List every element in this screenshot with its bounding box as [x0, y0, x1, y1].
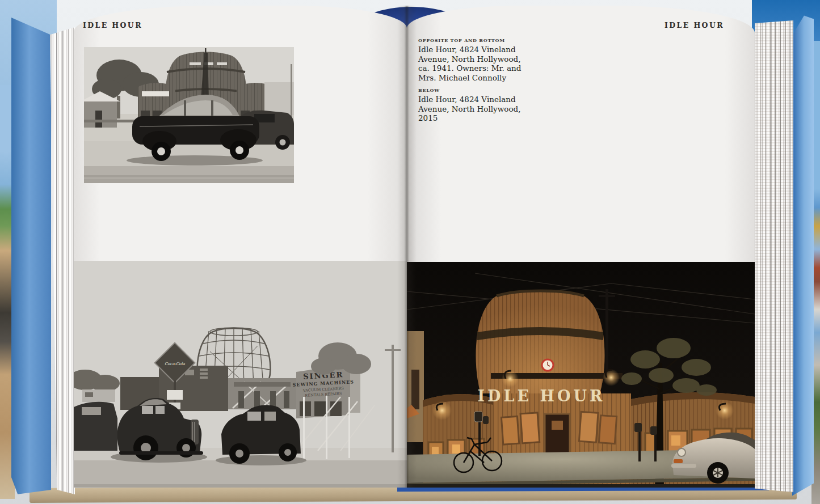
caption-line: Avenue, North Hollywood, 2015: [418, 104, 526, 123]
construction-base: [228, 378, 298, 409]
left-partial-car: [74, 402, 117, 451]
caption-label: BELOW: [418, 87, 526, 93]
right-running-head: IDLE HOUR: [665, 21, 724, 29]
caption-line: Idle Hour, 4824 Vineland: [418, 45, 526, 54]
coca-cola-text: Coca-Cola: [165, 362, 186, 366]
right-page: IDLE HOUR OPPOSITE TOP AND BOTTOM Idle H…: [407, 6, 755, 488]
caption-below: BELOW Idle Hour, 4824 Vineland Avenue, N…: [418, 87, 526, 123]
background-building: [264, 82, 294, 115]
book-cover-left-edge: [11, 15, 51, 497]
caption-block: OPPOSITE TOP AND BOTTOM Idle Hour, 4824 …: [418, 37, 526, 128]
page-edges-left: [50, 27, 75, 494]
utility-pole: [605, 289, 608, 380]
photo-idle-hour-construction: Coca-Cola SINGER SEWING MACHINES: [74, 261, 407, 488]
caption-line: Mrs. Michael Connolly: [418, 73, 526, 83]
caption-label: OPPOSITE TOP AND BOTTOM: [418, 37, 526, 43]
photo-idle-hour-1941: IDLE HOUR CAFE: [84, 47, 294, 183]
book-cover-right-edge: [792, 14, 814, 498]
photo-idle-hour-2015: IDLE HOUR: [407, 262, 755, 488]
page-edges-right: [755, 20, 793, 493]
book-spread-photo: IDLE HOUR: [0, 0, 820, 504]
left-running-head: IDLE HOUR: [83, 21, 142, 29]
caption-line: ca. 1941. Owners: Mr. and: [418, 63, 526, 73]
idle-hour-sign: IDLE HOUR: [477, 387, 605, 405]
caption-opposite: OPPOSITE TOP AND BOTTOM Idle Hour, 4824 …: [418, 37, 526, 82]
left-page: IDLE HOUR: [74, 6, 407, 488]
caption-line: Idle Hour, 4824 Vineland: [418, 95, 526, 104]
caption-line: Avenue, North Hollywood,: [418, 54, 526, 64]
